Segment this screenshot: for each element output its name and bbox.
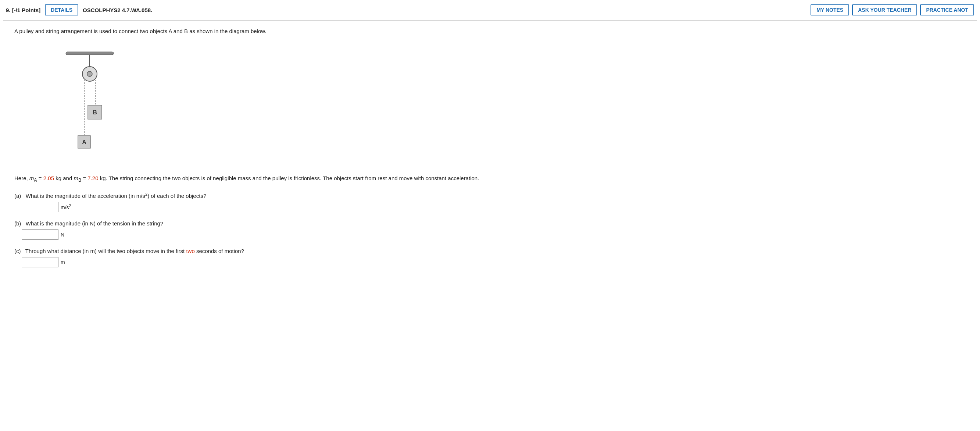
header-bar: 9. [-/1 Points] DETAILS OSCOLPHYS2 4.7.W… xyxy=(0,0,980,20)
practice-another-button[interactable]: PRACTICE ANOT xyxy=(920,5,974,16)
mB-value: 7.20 xyxy=(88,175,98,181)
two-highlight: two xyxy=(186,248,194,254)
part-c-input[interactable] xyxy=(22,257,59,267)
diagram-area: B A xyxy=(14,41,966,166)
problem-statement-text: A pulley and string arrangement is used … xyxy=(14,28,266,34)
mA-value: 2.05 xyxy=(43,175,54,181)
part-a-answer-row: m/s2 xyxy=(14,202,966,212)
part-c-answer-row: m xyxy=(14,257,966,267)
part-a-label: (a) What is the magnitude of the acceler… xyxy=(14,192,966,199)
svg-point-3 xyxy=(87,71,92,77)
ask-teacher-button[interactable]: ASK YOUR TEACHER xyxy=(852,5,917,16)
part-a: (a) What is the magnitude of the acceler… xyxy=(14,192,966,212)
part-a-input[interactable] xyxy=(22,202,59,212)
svg-text:A: A xyxy=(82,139,86,145)
main-content: A pulley and string arrangement is used … xyxy=(3,20,977,283)
given-values: Here, mA = 2.05 kg and mB = 7.20 kg. The… xyxy=(14,173,966,185)
svg-text:B: B xyxy=(92,109,97,115)
part-c: (c) Through what distance (in m) will th… xyxy=(14,248,966,267)
my-notes-button[interactable]: MY NOTES xyxy=(811,5,849,16)
part-c-unit: m xyxy=(60,259,65,265)
part-b: (b) What is the magnitude (in N) of the … xyxy=(14,220,966,240)
svg-rect-0 xyxy=(66,52,114,55)
part-b-unit: N xyxy=(60,231,64,238)
pulley-diagram: B A xyxy=(44,41,125,166)
details-button[interactable]: DETAILS xyxy=(45,5,78,16)
header-actions: MY NOTES ASK YOUR TEACHER PRACTICE ANOT xyxy=(811,5,974,16)
part-b-answer-row: N xyxy=(14,230,966,240)
problem-statement: A pulley and string arrangement is used … xyxy=(14,28,966,34)
part-a-unit: m/s2 xyxy=(60,203,71,210)
part-c-label: (c) Through what distance (in m) will th… xyxy=(14,248,966,254)
part-b-input[interactable] xyxy=(22,230,59,240)
part-b-label: (b) What is the magnitude (in N) of the … xyxy=(14,220,966,227)
question-number: 9. [-/1 Points] xyxy=(6,7,40,13)
problem-code: OSCOLPHYS2 4.7.WA.058. xyxy=(83,7,152,13)
